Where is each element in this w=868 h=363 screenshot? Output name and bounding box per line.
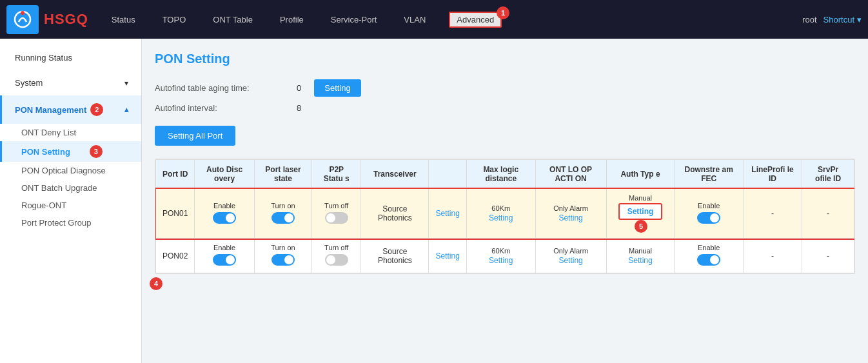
svg-point-1 [21,11,25,15]
loop-action-setting-link-2[interactable]: Setting [558,256,582,265]
col-line-profile: LineProfi le ID [743,160,802,189]
nav-service-port[interactable]: Service-Port [327,12,381,27]
cell-auto-disc: Enable [195,189,254,239]
cell-line-profile-2: - [743,239,802,273]
header-shortcut[interactable]: Shortcut ▾ [824,15,862,25]
autofind-interval-row: Autofind interval: 8 [155,103,855,113]
table-header-row: Port ID Auto Disc overy Port laser state… [156,160,854,189]
toggle-auto-disc-1[interactable] [213,212,236,224]
transceiver-setting-link-1[interactable]: Setting [435,209,459,218]
col-transceiver-action [429,160,466,189]
layout: Running Status System ▾ PON Management 2… [0,39,868,363]
cell-loop-action: Only Alarm Setting [535,189,606,239]
cell-line-profile-1: - [743,189,802,239]
cell-transceiver-setting-2: Setting [429,239,466,273]
nav-ont-table[interactable]: ONT Table [209,12,257,27]
cell-srv-profile-1: - [802,189,854,239]
loop-action-setting-link-1[interactable]: Setting [558,213,582,222]
cell-auth-type: Manual Setting 5 [606,189,675,239]
main-content: PON Setting Autofind table aging time: 0… [142,39,868,363]
logo-text: HSGQ [44,11,88,28]
sidebar-item-pon-management[interactable]: PON Management 2 ▴ [0,95,141,124]
sidebar-item-pon-optical[interactable]: PON Optical Diagnose [0,162,141,179]
auth-setting-link-2[interactable]: Setting [628,256,652,265]
col-port-id: Port ID [156,160,195,189]
toggle-port-laser-2[interactable] [271,254,295,266]
transceiver-setting-link-2[interactable]: Setting [435,251,459,260]
autofind-aging-label: Autofind table aging time: [155,83,284,93]
chevron-icon: ▾ [124,79,128,88]
autofind-aging-value: 0 [297,83,301,93]
toggle-downstream-fec-1[interactable] [697,212,720,224]
logo-icon [6,5,39,34]
cell-auto-disc-2: Enable [195,239,254,273]
nav-advanced[interactable]: Advanced 1 [449,12,502,28]
header-user: root [802,15,816,25]
toggle-p2p-2[interactable] [325,254,348,266]
sidebar-item-pon-setting[interactable]: PON Setting 3 [0,141,141,162]
nav-topo[interactable]: TOPO [159,12,190,27]
cell-port-id-2: PON02 [156,239,195,273]
nav-profile[interactable]: Profile [276,12,308,27]
cell-transceiver: Source Photonics [361,189,429,239]
sidebar: Running Status System ▾ PON Management 2… [0,39,142,363]
sidebar-item-system[interactable]: System ▾ [0,70,141,95]
sidebar-pon-badge: 2 [90,103,103,116]
sidebar-item-port-protect[interactable]: Port Protect Group [0,214,141,231]
setting-all-port-button[interactable]: Setting All Port [155,126,235,146]
nav-vlan[interactable]: VLAN [400,12,429,27]
badge-5: 5 [635,220,647,233]
cell-loop-action-2: Only Alarm Setting [535,239,606,273]
cell-p2p: Turn off [312,189,361,239]
col-loop-action: ONT LO OP ACTI ON [535,160,606,189]
pon-table: Port ID Auto Disc overy Port laser state… [155,159,855,274]
toggle-downstream-fec-2[interactable] [697,254,720,266]
max-distance-setting-link-1[interactable]: Setting [489,213,513,222]
sidebar-item-rogue-ont[interactable]: Rogue-ONT [0,197,141,214]
col-transceiver: Transceiver [361,160,429,189]
cell-port-id: PON01 [156,189,195,239]
autofind-aging-row: Autofind table aging time: 0 Setting [155,79,855,97]
cell-transceiver-2: Source Photonics [361,239,429,273]
badge-4: 4 [150,277,163,290]
sidebar-item-ont-batch[interactable]: ONT Batch Upgrade [0,179,141,197]
col-auth-type: Auth Typ e [606,160,675,189]
cell-p2p-2: Turn off [312,239,361,273]
autofind-interval-label: Autofind interval: [155,103,284,113]
sidebar-item-running-status[interactable]: Running Status [0,45,141,70]
chevron-down-icon: ▾ [857,15,862,25]
auth-setting-button-1[interactable]: Setting [618,203,663,220]
sidebar-item-ont-deny-list[interactable]: ONT Deny List [0,124,141,141]
table-row: PON01 Enable Turn on Turn off [156,189,854,239]
toggle-auto-disc-2[interactable] [213,254,236,266]
col-downstream-fec: Downstre am FEC [675,160,743,189]
col-srv-profile: SrvPr ofile ID [802,160,854,189]
cell-port-laser-2: Turn on [254,239,311,273]
header-right: root Shortcut ▾ [802,15,862,25]
toggle-port-laser-1[interactable] [271,212,295,224]
toggle-p2p-1[interactable] [325,212,348,224]
chevron-up-icon: ▴ [124,105,128,114]
col-p2p: P2P Statu s [312,160,361,189]
col-port-laser: Port laser state [254,160,311,189]
cell-port-laser: Turn on [254,189,311,239]
cell-max-distance: 60Km Setting [466,189,535,239]
page-title: PON Setting [155,52,855,66]
max-distance-setting-link-2[interactable]: Setting [489,256,513,265]
table-row: PON02 Enable Turn on Turn off [156,239,854,273]
cell-downstream-fec-2: Enable [675,239,743,273]
nav-menu: Status TOPO ONT Table Profile Service-Po… [108,12,802,28]
cell-srv-profile-2: - [802,239,854,273]
nav-badge-1: 1 [497,6,509,19]
autofind-interval-value: 8 [297,103,301,113]
setting-button[interactable]: Setting [314,79,360,97]
col-auto-disc: Auto Disc overy [195,160,254,189]
logo-area: HSGQ [6,5,88,34]
sidebar-pon-setting-badge: 3 [90,145,103,158]
cell-max-distance-2: 60Km Setting [466,239,535,273]
col-max-distance: Max logic distance [466,160,535,189]
nav-status[interactable]: Status [108,12,139,27]
header: HSGQ Status TOPO ONT Table Profile Servi… [0,0,868,39]
cell-auth-type-2: Manual Setting [606,239,675,273]
cell-downstream-fec: Enable [675,189,743,239]
